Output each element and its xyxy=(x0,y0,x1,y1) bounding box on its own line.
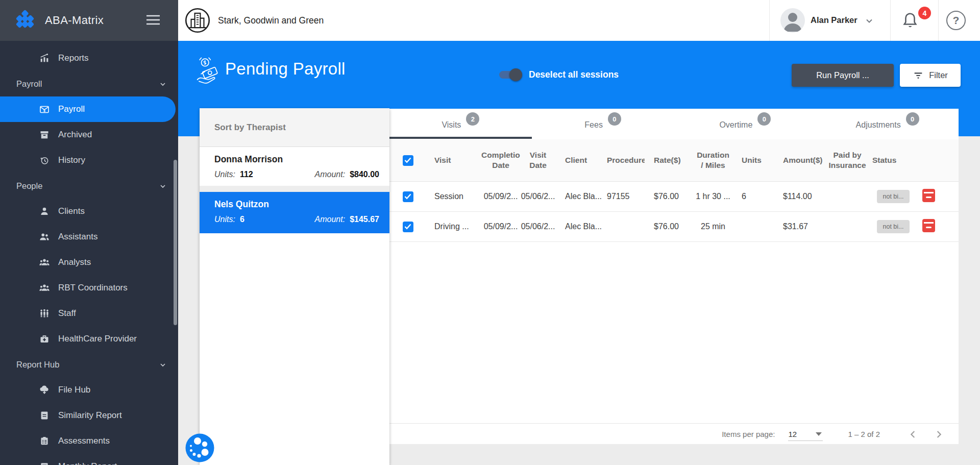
amount-label: Amount: xyxy=(315,170,346,179)
notification-count-badge: 4 xyxy=(918,7,931,19)
tab-count-badge: 0 xyxy=(757,112,771,126)
monthly-report-icon xyxy=(38,460,51,465)
cookie-widget-icon[interactable] xyxy=(185,433,214,462)
tab-overtime[interactable]: Overtime 0 xyxy=(674,109,817,139)
sidebar-section-payroll[interactable]: Payroll xyxy=(0,71,178,96)
visit-date: 05/06/2... xyxy=(520,222,556,231)
sidebar-section-people[interactable]: People xyxy=(0,173,178,199)
notifications-bell-icon[interactable] xyxy=(901,11,919,30)
chevron-down-icon[interactable] xyxy=(864,16,874,26)
tab-count-badge: 2 xyxy=(466,112,479,126)
tab-visits[interactable]: Visits 2 xyxy=(389,109,532,139)
rate: $76.00 xyxy=(645,192,696,201)
table-row[interactable]: Session 05/09/2... 05/06/2... Alec Bla..… xyxy=(389,182,959,212)
sidebar-item-reports[interactable]: Reports xyxy=(0,45,178,71)
therapist-item[interactable]: Donna Morrison Units:112 Amount:$840.00 xyxy=(200,147,389,186)
therapist-name: Nels Quitzon xyxy=(214,192,379,210)
column-header-visit: Visit xyxy=(426,155,481,165)
visit-date: 05/06/2... xyxy=(520,192,556,201)
page-size-select[interactable]: 12 xyxy=(788,427,823,441)
deselect-all-toggle[interactable] xyxy=(499,71,521,79)
therapist-item-selected[interactable]: Nels Quitzon Units:6 Amount:$145.67 xyxy=(200,192,389,233)
units: 6 xyxy=(730,192,765,201)
visit-type: Session xyxy=(426,192,481,201)
column-header-paid-by-insurance: Paid by Insurance xyxy=(828,150,866,170)
paginator: Items per page: 12 1 – 2 of 2 xyxy=(389,423,959,445)
sidebar-item-staff[interactable]: Staff xyxy=(0,301,178,326)
user-name[interactable]: Alan Parker xyxy=(811,15,857,25)
sidebar-item-clients[interactable]: Clients xyxy=(0,199,178,224)
avatar[interactable] xyxy=(780,8,805,33)
archive-box-icon xyxy=(38,129,51,141)
sidebar-item-rbt-coordinators[interactable]: RBT Coordinators xyxy=(0,275,178,301)
tab-adjustments[interactable]: Adjustments 0 xyxy=(816,109,959,139)
status-badge: not bi... xyxy=(877,220,910,233)
run-payroll-button[interactable]: Run Payroll ... xyxy=(792,64,894,87)
filter-button[interactable]: Filter xyxy=(900,64,961,87)
bar-chart-icon xyxy=(38,52,51,64)
chevron-down-icon xyxy=(159,182,167,190)
units-value: 6 xyxy=(240,215,244,224)
units-value: 112 xyxy=(240,170,253,179)
company-block: Stark, Goodwin and Green xyxy=(184,7,324,34)
table-header-row: Visit Completion Date Visit Date Client … xyxy=(389,139,959,182)
assessments-clipboard-icon xyxy=(38,435,51,447)
filter-icon xyxy=(913,70,924,81)
row-checkbox[interactable] xyxy=(403,222,413,232)
sidebar-scrollbar[interactable] xyxy=(174,160,177,325)
delete-row-button[interactable] xyxy=(922,219,935,232)
sidebar-item-analysts[interactable]: Analysts xyxy=(0,250,178,275)
active-tab-underline xyxy=(389,137,532,139)
delete-row-button[interactable] xyxy=(922,189,935,202)
select-caret-icon xyxy=(816,432,822,436)
deselect-all-toggle-block: Deselect all sessions xyxy=(499,69,619,80)
hamburger-menu-icon[interactable] xyxy=(145,13,161,27)
sidebar-item-assessments[interactable]: Assessments xyxy=(0,428,178,454)
select-all-checkbox[interactable] xyxy=(403,155,413,166)
next-page-button[interactable] xyxy=(932,428,945,441)
sidebar-item-healthcare-provider[interactable]: HealthCare Provider xyxy=(0,326,178,352)
column-header-completion-date: Completion Date xyxy=(481,150,520,170)
sidebar-item-assistants[interactable]: Assistants xyxy=(0,224,178,250)
column-header-duration: Duration / Miles xyxy=(696,150,730,170)
items-per-page-label: Items per page: xyxy=(722,430,775,438)
company-name: Stark, Goodwin and Green xyxy=(218,15,324,26)
client: Alec Bla... xyxy=(556,222,603,231)
status-badge: not bi... xyxy=(877,190,910,203)
column-header-status: Status xyxy=(866,155,915,165)
amount-value: $145.67 xyxy=(350,215,379,224)
therapist-name: Donna Morrison xyxy=(214,147,379,165)
help-icon[interactable]: ? xyxy=(946,11,966,30)
column-header-units: Units xyxy=(730,155,765,165)
table-row[interactable]: Driving ... 05/09/2... 05/06/2... Alec B… xyxy=(389,212,959,242)
column-header-rate: Rate($) xyxy=(645,155,696,165)
row-checkbox[interactable] xyxy=(403,191,413,202)
toggle-label: Deselect all sessions xyxy=(529,69,619,80)
tab-fees[interactable]: Fees 0 xyxy=(532,109,674,139)
sidebar-item-similarity-report[interactable]: Similarity Report xyxy=(0,403,178,428)
sessions-card: Visits 2 Fees 0 Overtime 0 Adjustments 0 xyxy=(389,109,959,444)
sidebar-item-payroll[interactable]: $ Payroll xyxy=(0,96,176,122)
therapist-panel-title: Sort by Therapist xyxy=(214,123,286,133)
sidebar-item-archived[interactable]: Archived xyxy=(0,122,178,148)
sidebar-header: ABA-Matrix xyxy=(0,0,178,41)
sidebar-item-history[interactable]: History xyxy=(0,148,178,173)
column-header-amount: Amount($) xyxy=(765,155,828,165)
duration: 25 min xyxy=(696,222,730,231)
amount-value: $840.00 xyxy=(350,170,379,179)
page-size-value: 12 xyxy=(788,430,797,438)
sidebar-item-file-hub[interactable]: File Hub xyxy=(0,377,178,403)
divider xyxy=(890,0,891,41)
sidebar-section-report-hub[interactable]: Report Hub xyxy=(0,352,178,377)
completion-date: 05/09/2... xyxy=(481,222,520,231)
rate: $76.00 xyxy=(645,222,696,231)
sidebar-nav: Reports Payroll $ Payroll xyxy=(0,41,178,465)
history-clock-icon xyxy=(38,154,51,166)
person-icon xyxy=(38,205,51,217)
top-bar: Stark, Goodwin and Green Alan Parker 4 ? xyxy=(178,0,980,41)
previous-page-button[interactable] xyxy=(906,428,920,441)
procedure: 97155 xyxy=(603,192,645,201)
sidebar-item-monthly-report[interactable]: Monthly Report xyxy=(0,454,178,465)
toggle-knob[interactable] xyxy=(509,68,522,81)
cloud-download-icon xyxy=(38,384,51,396)
